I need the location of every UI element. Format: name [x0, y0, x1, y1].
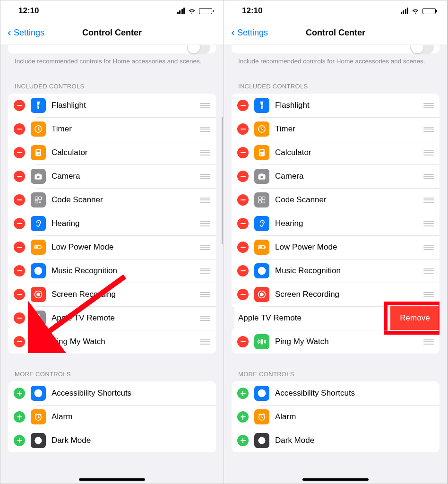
remove-badge[interactable]	[237, 242, 249, 253]
drag-handle-icon[interactable]	[200, 150, 210, 156]
drag-handle-icon[interactable]	[423, 245, 434, 250]
drag-handle-icon[interactable]	[200, 198, 210, 203]
list-row[interactable]: Timer	[8, 117, 216, 141]
list-row[interactable]: Alarm	[232, 405, 439, 429]
drag-handle-icon[interactable]	[200, 316, 210, 321]
remove-badge[interactable]	[237, 100, 249, 111]
list-row[interactable]: Camera	[232, 164, 439, 188]
remove-badge[interactable]	[14, 147, 25, 158]
remove-badge[interactable]	[14, 218, 25, 229]
add-badge[interactable]	[14, 435, 25, 446]
remove-badge[interactable]	[14, 312, 25, 324]
list-row[interactable]: Hearing	[232, 212, 439, 235]
back-button[interactable]: Settings	[6, 28, 44, 38]
drag-handle-icon[interactable]	[423, 198, 434, 203]
row-label: Alarm	[275, 412, 434, 422]
back-button[interactable]: Settings	[230, 28, 268, 38]
row-label: Hearing	[52, 219, 200, 228]
section-footer: Include recommended controls for Home ac…	[232, 55, 439, 66]
drag-handle-icon[interactable]	[200, 245, 210, 250]
list-row[interactable]: Code Scanner	[8, 188, 216, 212]
list-row[interactable]: Calculator	[8, 141, 216, 164]
list-row[interactable]: Apple TV RemoteRemove	[232, 306, 439, 330]
drag-handle-icon[interactable]	[423, 292, 434, 297]
list-row[interactable]: Screen Recording	[8, 283, 216, 306]
drag-handle-icon[interactable]	[200, 268, 210, 274]
list-row[interactable]: Low Power Mode	[8, 235, 216, 259]
remove-badge[interactable]	[237, 147, 249, 158]
drag-handle-icon[interactable]	[200, 174, 210, 179]
remove-badge[interactable]	[14, 123, 25, 135]
list-row[interactable]: Calculator	[232, 141, 439, 164]
remove-badge[interactable]	[237, 171, 249, 182]
battery-icon	[254, 240, 269, 255]
list-row[interactable]: Flashlight	[8, 94, 216, 117]
drag-handle-icon[interactable]	[423, 221, 434, 226]
drag-handle-icon[interactable]	[200, 127, 210, 132]
remove-badge[interactable]	[237, 194, 249, 206]
list-row[interactable]: Hearing	[8, 212, 216, 235]
camera-icon	[254, 169, 269, 184]
drag-handle-icon[interactable]	[423, 339, 434, 345]
remove-badge[interactable]	[237, 265, 249, 277]
list-row[interactable]: Dark Mode	[8, 429, 216, 452]
row-label: Camera	[275, 172, 423, 181]
toggle-switch[interactable]	[187, 45, 210, 54]
add-badge[interactable]	[237, 435, 249, 446]
drag-handle-icon[interactable]	[200, 221, 210, 226]
row-label: Apple TV Remote	[52, 313, 200, 323]
list-row[interactable]: Screen Recording	[232, 283, 439, 306]
drag-handle-icon[interactable]	[423, 103, 434, 108]
remove-badge[interactable]	[14, 265, 25, 277]
drag-handle-icon[interactable]	[200, 292, 210, 297]
ping-icon	[31, 334, 46, 349]
row-label: Flashlight	[52, 101, 200, 110]
list-row[interactable]: Ping My Watch	[232, 330, 439, 354]
remove-badge[interactable]	[14, 171, 25, 182]
remove-badge[interactable]	[14, 194, 25, 206]
list-row[interactable]: Music Recognition	[8, 259, 216, 283]
remove-badge[interactable]	[237, 218, 249, 229]
add-badge[interactable]	[14, 388, 25, 399]
wifi-icon	[411, 8, 420, 14]
drag-handle-icon[interactable]	[423, 127, 434, 132]
included-list: FlashlightTimerCalculatorCameraCode Scan…	[8, 94, 216, 354]
list-row[interactable]: Camera	[8, 164, 216, 188]
add-badge[interactable]	[14, 411, 25, 423]
status-time: 12:10	[242, 6, 262, 16]
list-row[interactable]: Accessibility Shortcuts	[8, 381, 216, 405]
back-label: Settings	[14, 28, 44, 38]
add-badge[interactable]	[237, 388, 249, 399]
remove-badge[interactable]	[237, 289, 249, 300]
remove-badge[interactable]	[14, 100, 25, 111]
alarm-icon	[31, 409, 46, 424]
remove-badge[interactable]	[237, 336, 249, 347]
remove-badge[interactable]	[14, 336, 25, 347]
list-row[interactable]: Code Scanner	[232, 188, 439, 212]
status-right	[177, 8, 213, 14]
list-row[interactable]: Apple TV Remote	[8, 306, 216, 330]
list-row[interactable]: Ping My Watch	[8, 330, 216, 354]
list-row[interactable]: Accessibility Shortcuts	[232, 381, 439, 405]
list-row[interactable]: Flashlight	[232, 94, 439, 117]
remove-badge[interactable]	[14, 242, 25, 253]
list-row[interactable]: Low Power Mode	[232, 235, 439, 259]
add-badge[interactable]	[237, 411, 249, 423]
row-label: Accessibility Shortcuts	[52, 389, 210, 398]
remove-button[interactable]: Remove	[390, 306, 439, 330]
list-row[interactable]: Dark Mode	[232, 429, 439, 452]
row-label: Dark Mode	[52, 436, 210, 445]
remove-badge[interactable]	[14, 289, 25, 300]
list-row[interactable]: Music Recognition	[232, 259, 439, 283]
home-indicator	[302, 478, 369, 481]
drag-handle-icon[interactable]	[423, 150, 434, 156]
drag-handle-icon[interactable]	[200, 103, 210, 108]
toggle-switch[interactable]	[410, 45, 434, 54]
included-list: FlashlightTimerCalculatorCameraCode Scan…	[232, 94, 439, 354]
drag-handle-icon[interactable]	[200, 339, 210, 345]
remove-badge[interactable]	[237, 123, 249, 135]
drag-handle-icon[interactable]	[423, 174, 434, 179]
list-row[interactable]: Alarm	[8, 405, 216, 429]
list-row[interactable]: Timer	[232, 117, 439, 141]
drag-handle-icon[interactable]	[423, 268, 434, 274]
